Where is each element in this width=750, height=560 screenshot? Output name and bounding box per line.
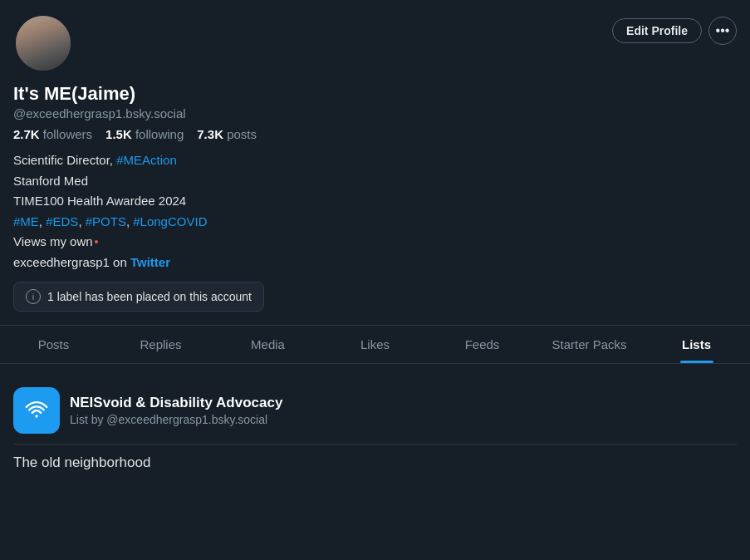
- tab-replies[interactable]: Replies: [107, 326, 214, 363]
- svg-point-0: [35, 415, 38, 419]
- profile-name: It's ME(Jaime): [13, 83, 737, 105]
- bio-hashtag-pots[interactable]: #POTS: [86, 214, 126, 228]
- profile-handle: @exceedhergrasp1.bsky.social: [13, 106, 737, 120]
- following-label: following: [135, 127, 184, 141]
- label-notice-text: 1 label has been placed on this account: [47, 290, 252, 303]
- bio-views-own: Views my own: [13, 234, 93, 248]
- list-icon: [13, 387, 60, 434]
- profile-bio: Scientific Director, #MEAction Stanford …: [13, 151, 737, 272]
- more-options-button[interactable]: •••: [708, 17, 737, 45]
- header-actions: Edit Profile •••: [612, 17, 737, 45]
- lists-content: NEISvoid & Disability Advocacy List by @…: [0, 363, 750, 494]
- bio-twitter-text: exceedhergrasp1 on: [13, 255, 130, 269]
- edit-profile-button[interactable]: Edit Profile: [612, 18, 702, 43]
- avatar: [13, 13, 73, 73]
- bio-hashtag-meaction[interactable]: #MEAction: [116, 153, 177, 167]
- following-stat[interactable]: 1.5K following: [105, 127, 184, 141]
- bio-twitter-link[interactable]: Twitter: [130, 255, 170, 269]
- info-icon: i: [26, 289, 41, 304]
- bio-line-6: exceedhergrasp1 on Twitter: [13, 253, 737, 273]
- followers-stat[interactable]: 2.7K followers: [13, 127, 92, 141]
- list-item[interactable]: NEISvoid & Disability Advocacy List by @…: [13, 377, 737, 445]
- following-count: 1.5K: [105, 127, 132, 141]
- bio-hashtag-eds[interactable]: #EDS: [46, 214, 78, 228]
- bio-hashtag-longcovid[interactable]: #LongCOVID: [133, 214, 207, 228]
- profile-header: Edit Profile ••• It's ME(Jaime) @exceedh…: [0, 0, 750, 363]
- tab-likes[interactable]: Likes: [321, 326, 429, 363]
- followers-label: followers: [43, 127, 92, 141]
- bio-line-3: TIME100 Health Awardee 2024: [13, 192, 737, 211]
- tab-media[interactable]: Media: [214, 326, 321, 363]
- label-notice[interactable]: i 1 label has been placed on this accoun…: [13, 282, 264, 312]
- profile-stats: 2.7K followers 1.5K following 7.3K posts: [13, 127, 737, 141]
- tab-feeds[interactable]: Feeds: [429, 326, 536, 363]
- followers-count: 2.7K: [13, 127, 40, 141]
- dot-indicator: [95, 240, 98, 243]
- bio-line-2: Stanford Med: [13, 172, 737, 191]
- bio-line-1: Scientific Director, #MEAction: [13, 151, 737, 170]
- bio-text-scientific: Scientific Director,: [13, 153, 116, 167]
- tab-posts[interactable]: Posts: [0, 326, 107, 363]
- second-list-title: The old neighborhood: [13, 454, 150, 471]
- list-info: NEISvoid & Disability Advocacy List by @…: [70, 395, 737, 426]
- list-subtitle: List by @exceedhergrasp1.bsky.social: [70, 413, 737, 426]
- tab-starter-packs[interactable]: Starter Packs: [536, 326, 643, 363]
- bio-line-4-hashtags: #ME, #EDS, #POTS, #LongCOVID: [13, 213, 737, 232]
- bio-hashtag-me[interactable]: #ME: [13, 214, 39, 228]
- tab-lists[interactable]: Lists: [643, 326, 750, 363]
- bio-line-5: Views my own: [13, 233, 737, 252]
- posts-stat[interactable]: 7.3K posts: [197, 127, 257, 141]
- posts-count: 7.3K: [197, 127, 223, 141]
- list-title: NEISvoid & Disability Advocacy: [70, 395, 737, 411]
- tabs-row: Posts Replies Media Likes Feeds Starter …: [0, 325, 750, 363]
- header-top-row: Edit Profile •••: [13, 13, 737, 73]
- second-list-item[interactable]: The old neighborhood: [13, 445, 737, 481]
- posts-label: posts: [227, 127, 257, 141]
- signal-icon: [25, 399, 48, 422]
